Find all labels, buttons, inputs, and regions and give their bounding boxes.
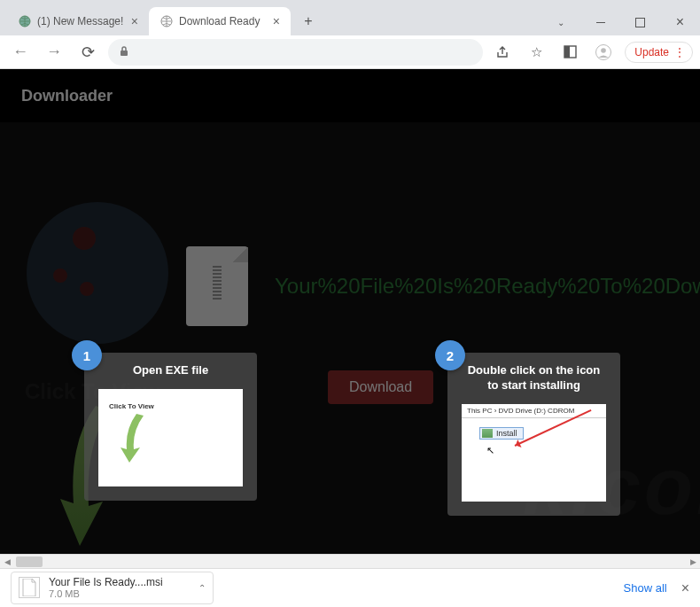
instruction-card-1: 1 Open EXE file Click To View: [84, 353, 257, 501]
tabs-dropdown-icon[interactable]: ⌄: [541, 9, 580, 35]
update-label: Update: [634, 46, 669, 58]
explorer-breadcrumb: This PC › DVD Drive (D:) CDROM: [462, 404, 606, 418]
step-illustration: This PC › DVD Drive (D:) CDROM Install ↖: [462, 404, 606, 502]
reading-list-icon[interactable]: [557, 40, 582, 65]
svg-rect-2: [121, 51, 128, 56]
profile-icon[interactable]: [591, 40, 616, 65]
app-title: Downloader: [21, 87, 113, 105]
arrow-down-icon: [121, 414, 145, 463]
file-info: Your%20File%20Is%20Ready%20To%20Down: [186, 246, 700, 326]
file-icon: [19, 577, 40, 598]
tab-title: Download Ready: [179, 15, 260, 27]
file-title: Your%20File%20Is%20Ready%20To%20Down: [275, 274, 700, 299]
close-icon[interactable]: ×: [681, 580, 689, 596]
bookmark-icon[interactable]: ☆: [524, 40, 548, 65]
step-illustration: Click To View: [98, 389, 243, 486]
globe-icon: [159, 14, 174, 28]
minimize-button[interactable]: [580, 9, 620, 35]
mini-label: Click To View: [109, 402, 154, 410]
step-title: Open EXE file: [98, 363, 243, 378]
scroll-right-icon[interactable]: ▶: [686, 557, 700, 566]
reload-button[interactable]: ⟳: [74, 39, 101, 66]
maximize-button[interactable]: [620, 9, 660, 35]
watermark-logo: [27, 202, 168, 344]
page-viewport: Downloader k.com Your%20File%20Is%20Read…: [0, 69, 700, 554]
instruction-card-2: 2 Double click on the icon to start inst…: [447, 353, 620, 516]
install-file-item: Install: [479, 427, 524, 440]
step-badge: 2: [435, 340, 465, 370]
horizontal-scrollbar[interactable]: ◀ ▶: [0, 554, 700, 568]
new-tab-button[interactable]: +: [296, 9, 321, 34]
svg-rect-4: [564, 46, 570, 58]
back-button[interactable]: ←: [7, 39, 34, 66]
toolbar-actions: ☆ Update ⋮: [490, 40, 693, 65]
close-window-button[interactable]: ×: [660, 9, 700, 35]
close-icon[interactable]: ×: [273, 15, 280, 27]
window-titlebar: (1) New Message! × Download Ready × + ⌄ …: [0, 0, 700, 35]
zip-file-icon: [186, 246, 248, 326]
window-controls: ⌄ ×: [541, 9, 700, 35]
forward-button[interactable]: →: [41, 39, 67, 66]
menu-dots-icon: ⋮: [674, 46, 683, 58]
tab-strip: (1) New Message! × Download Ready × +: [0, 7, 321, 35]
step-badge: 1: [72, 340, 102, 370]
install-label: Install: [496, 429, 517, 438]
address-bar[interactable]: [108, 39, 483, 66]
update-button[interactable]: Update ⋮: [625, 42, 693, 63]
app-header: Downloader: [0, 69, 700, 122]
browser-toolbar: ← → ⟳ ☆ Update ⋮: [0, 35, 700, 69]
browser-tab[interactable]: Download Ready ×: [149, 7, 291, 35]
svg-point-6: [601, 48, 606, 53]
lock-icon: [119, 45, 129, 59]
close-icon[interactable]: ×: [131, 15, 138, 27]
download-button[interactable]: Download: [328, 370, 433, 404]
show-all-link[interactable]: Show all: [624, 581, 667, 595]
download-filesize: 7.0 MB: [49, 588, 163, 600]
download-item[interactable]: Your File Is Ready....msi 7.0 MB ⌃: [11, 572, 214, 605]
download-filename: Your File Is Ready....msi: [49, 576, 163, 588]
tab-title: (1) New Message!: [37, 15, 123, 27]
step-title: Double click on the icon to start instal…: [462, 363, 606, 393]
scrollbar-thumb[interactable]: [16, 556, 43, 567]
browser-tab[interactable]: (1) New Message! ×: [7, 7, 149, 35]
chevron-up-icon[interactable]: ⌃: [198, 583, 206, 593]
cursor-icon: ↖: [486, 445, 494, 456]
globe-icon: [18, 14, 32, 28]
scroll-left-icon[interactable]: ◀: [0, 557, 14, 566]
share-icon[interactable]: [490, 40, 515, 65]
downloads-bar: Your File Is Ready....msi 7.0 MB ⌃ Show …: [0, 568, 700, 607]
installer-icon: [482, 429, 493, 438]
